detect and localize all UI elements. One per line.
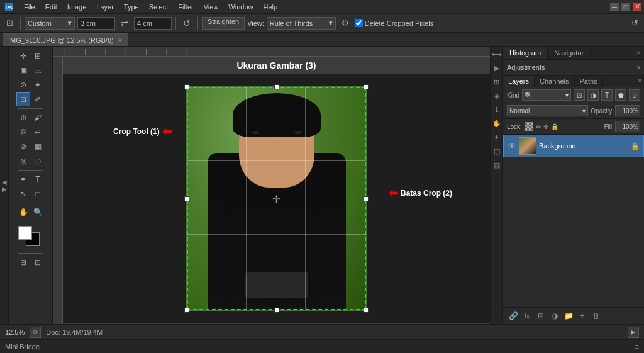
- menu-file[interactable]: File: [19, 2, 40, 12]
- r-icon-3[interactable]: ⊞: [492, 77, 502, 87]
- stamp-tool[interactable]: ⎘: [16, 125, 30, 139]
- color-swatches[interactable]: [18, 226, 43, 249]
- menu-edit[interactable]: Edit: [40, 2, 62, 12]
- gradient-tool[interactable]: ▦: [31, 140, 45, 154]
- history-tool[interactable]: ↩: [31, 125, 45, 139]
- eraser-tool[interactable]: ⊘: [16, 140, 30, 154]
- healing-tool[interactable]: ⊕: [16, 111, 30, 125]
- lock-all[interactable]: 🔒: [551, 123, 558, 130]
- zoom-options-button[interactable]: ⊙: [30, 327, 41, 338]
- kind-filter-adjust[interactable]: ◑: [587, 89, 599, 101]
- adjustment-button[interactable]: ◑: [548, 310, 561, 322]
- hand-tool[interactable]: ✋: [16, 205, 30, 219]
- crop-handle-br[interactable]: [364, 308, 369, 313]
- lock-checkerboard[interactable]: [525, 122, 533, 131]
- blur-tool[interactable]: ◌: [31, 154, 45, 168]
- lasso-tool[interactable]: ⌓: [31, 64, 45, 77]
- r-icon-1[interactable]: ⟷: [492, 49, 502, 59]
- panel-top-close[interactable]: »: [633, 47, 644, 59]
- type-tool[interactable]: T: [31, 172, 45, 186]
- r-icon-5[interactable]: ℹ: [492, 104, 502, 115]
- crop-handle-tr[interactable]: [364, 84, 369, 89]
- folder-button[interactable]: 📁: [562, 310, 575, 322]
- settings-icon[interactable]: ⚙: [338, 16, 352, 30]
- crop-handle-bl[interactable]: [184, 308, 189, 313]
- maximize-button[interactable]: □: [621, 3, 630, 11]
- crop-handle-lm[interactable]: [184, 196, 189, 201]
- menu-layer[interactable]: Layer: [91, 2, 119, 12]
- tab-close-icon[interactable]: ✕: [118, 37, 123, 43]
- quick-select-tool[interactable]: ⊙: [16, 78, 30, 92]
- tab-layers[interactable]: Layers: [503, 76, 535, 87]
- menu-select[interactable]: Select: [144, 2, 174, 12]
- reset-button[interactable]: ↺: [628, 16, 641, 30]
- mini-bridge-collapse-icon[interactable]: ≡: [635, 343, 639, 350]
- height-input[interactable]: [134, 17, 172, 30]
- close-button[interactable]: ✕: [633, 3, 641, 11]
- r-icon-8[interactable]: ◫: [492, 146, 502, 156]
- opacity-control[interactable]: Opacity:: [591, 105, 640, 116]
- width-input[interactable]: [77, 17, 115, 30]
- crop-tool[interactable]: ⊡: [16, 92, 30, 106]
- add-mask-button[interactable]: ⊟: [535, 310, 547, 322]
- path-select-tool[interactable]: ↖: [16, 187, 30, 201]
- menu-help[interactable]: Help: [258, 2, 282, 12]
- crop-handle-tm[interactable]: [274, 84, 279, 89]
- view-dropdown[interactable]: Rule of Thirds▾: [267, 17, 336, 30]
- fill-input[interactable]: [615, 121, 640, 132]
- new-layer-button[interactable]: +: [576, 310, 589, 322]
- delete-layer-button[interactable]: 🗑: [590, 310, 602, 322]
- status-arrow-button[interactable]: ▶: [628, 327, 639, 338]
- pen-tool[interactable]: ✒: [16, 172, 30, 186]
- lock-brush[interactable]: ✏: [536, 123, 541, 130]
- brush-tool[interactable]: 🖌: [31, 111, 45, 125]
- opacity-input[interactable]: [615, 105, 640, 116]
- layer-item-background[interactable]: 👁 Background 🔒: [503, 135, 644, 157]
- screen-mode-tool[interactable]: ⊡: [31, 255, 45, 269]
- swap-icon[interactable]: ⇄: [118, 16, 131, 30]
- r-icon-9[interactable]: ▨: [492, 160, 502, 170]
- blend-mode-dropdown[interactable]: Normal▾: [507, 105, 588, 116]
- menu-type[interactable]: Type: [119, 2, 144, 12]
- quick-mask-tool[interactable]: ⊟: [16, 255, 30, 269]
- menu-window[interactable]: Window: [223, 2, 258, 12]
- r-icon-4[interactable]: ◈: [492, 91, 502, 101]
- kind-filter-smart[interactable]: ⊙: [629, 89, 640, 101]
- tab-paths[interactable]: Paths: [575, 76, 603, 87]
- fx-button[interactable]: fx: [521, 310, 533, 322]
- kind-filter-text[interactable]: T: [601, 89, 613, 101]
- move-tool[interactable]: ✛: [16, 49, 30, 63]
- tab-histogram[interactable]: Histogram: [503, 47, 548, 59]
- menu-view[interactable]: View: [199, 2, 224, 12]
- shape-tool[interactable]: □: [31, 187, 45, 201]
- document-tab[interactable]: IMG_9110.JPG @ 12.5% (RGB/8) ✕: [3, 33, 128, 46]
- menu-image[interactable]: Image: [62, 2, 92, 12]
- kind-filter-pixel[interactable]: ⊡: [574, 89, 585, 101]
- delete-cropped-check[interactable]: Delete Cropped Pixels: [355, 19, 433, 27]
- rotate-icon[interactable]: ↺: [180, 16, 194, 30]
- crop-handle-bm[interactable]: [274, 308, 279, 313]
- r-icon-7[interactable]: ✦: [492, 132, 502, 142]
- link-layers-button[interactable]: 🔗: [507, 310, 519, 322]
- kind-filter-shape[interactable]: ⬟: [615, 89, 626, 101]
- r-icon-2[interactable]: ▶: [492, 63, 502, 73]
- tab-navigator[interactable]: Navigator: [548, 47, 591, 59]
- eyedropper-tool[interactable]: ✐: [31, 92, 45, 106]
- fill-control[interactable]: Fill:: [604, 121, 640, 132]
- foreground-color[interactable]: [18, 226, 32, 240]
- preset-dropdown[interactable]: Custom▾: [25, 17, 75, 30]
- tab-channels[interactable]: Channels: [535, 76, 574, 87]
- layer-visibility-icon[interactable]: 👁: [508, 142, 516, 150]
- menu-filter[interactable]: Filter: [173, 2, 198, 12]
- marquee-tool[interactable]: ▣: [16, 64, 30, 77]
- crop-handle-rm[interactable]: [364, 196, 369, 201]
- layers-panel-menu[interactable]: »: [635, 76, 644, 87]
- crop-handle-tl[interactable]: [184, 84, 189, 89]
- artboard-tool[interactable]: ⊞: [31, 49, 45, 63]
- adjustments-button[interactable]: Adjustments »: [507, 62, 640, 72]
- left-panel-collapse[interactable]: ◀ ▶: [0, 47, 9, 324]
- lock-position[interactable]: ✛: [543, 123, 548, 130]
- crop-tool-icon[interactable]: ⊡: [3, 16, 16, 30]
- crop-container[interactable]: ✛: [187, 87, 366, 310]
- straighten-button[interactable]: Straighten: [202, 17, 245, 30]
